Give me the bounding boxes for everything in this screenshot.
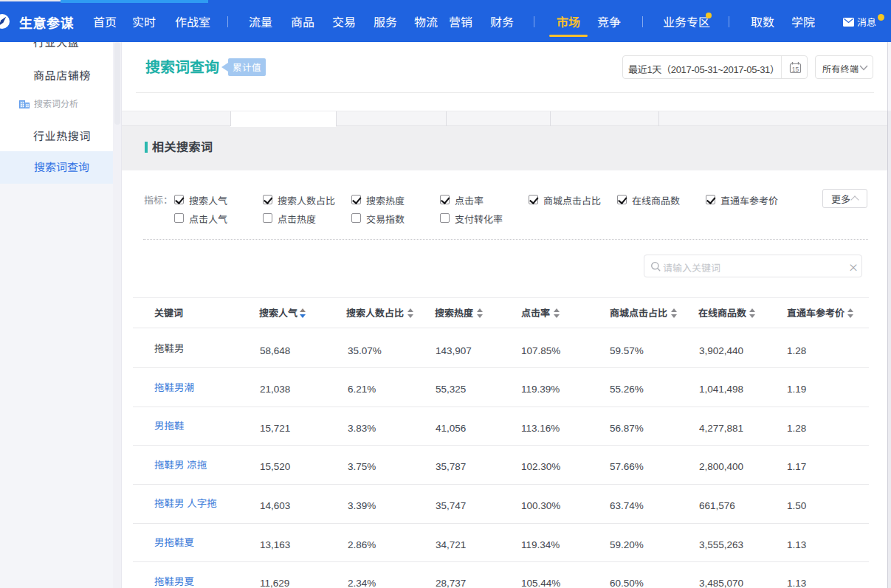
svg-text:15: 15 — [792, 66, 799, 73]
